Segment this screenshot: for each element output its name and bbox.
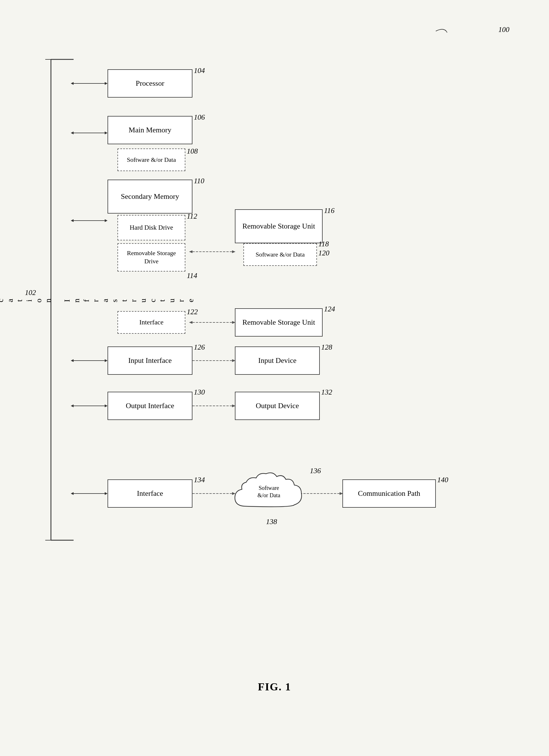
svg-marker-7 bbox=[105, 82, 107, 85]
ref-104: 104 bbox=[194, 66, 205, 75]
svg-marker-19 bbox=[189, 321, 192, 324]
svg-marker-21 bbox=[71, 359, 74, 362]
ref-122: 122 bbox=[187, 308, 198, 316]
ref-130: 130 bbox=[194, 388, 205, 397]
svg-marker-16 bbox=[189, 250, 192, 253]
svg-marker-28 bbox=[105, 404, 107, 407]
ref-132: 132 bbox=[321, 388, 332, 397]
output-device-box: Output Device bbox=[235, 392, 320, 420]
software-cloud: Software &/or Data bbox=[229, 469, 309, 518]
ref-112: 112 bbox=[187, 212, 197, 221]
ref-108: 108 bbox=[187, 147, 198, 156]
ref-120: 120 bbox=[319, 249, 330, 257]
software-data-1-box: Software &/or Data bbox=[117, 148, 185, 171]
ref-126: 126 bbox=[194, 343, 205, 352]
ref-134: 134 bbox=[194, 476, 205, 484]
svg-marker-10 bbox=[105, 132, 107, 134]
svg-marker-22 bbox=[105, 359, 107, 362]
ref-140: 140 bbox=[437, 476, 448, 484]
svg-marker-12 bbox=[71, 219, 74, 222]
svg-marker-13 bbox=[105, 219, 107, 222]
ref-128: 128 bbox=[321, 343, 332, 352]
processor-box: Processor bbox=[107, 69, 192, 98]
input-interface-box: Input Interface bbox=[107, 346, 192, 375]
ref-114: 114 bbox=[187, 272, 197, 280]
svg-marker-9 bbox=[71, 132, 74, 134]
secondary-memory-box: Secondary Memory bbox=[107, 180, 192, 214]
svg-text:&/or Data: &/or Data bbox=[257, 492, 281, 498]
input-device-box: Input Device bbox=[235, 346, 320, 375]
ref-110: 110 bbox=[194, 177, 204, 185]
ref-106: 106 bbox=[194, 113, 205, 122]
output-interface-box: Output Interface bbox=[107, 392, 192, 420]
svg-marker-27 bbox=[71, 404, 74, 407]
hard-disk-drive-box: Hard Disk Drive bbox=[117, 215, 185, 240]
fig-caption: FIG. 1 bbox=[258, 680, 291, 693]
svg-marker-15 bbox=[232, 250, 235, 253]
interface-1-box: Interface bbox=[117, 311, 185, 334]
removable-storage-drive-box: Removable Storage Drive bbox=[117, 243, 185, 272]
ref-116: 116 bbox=[324, 206, 335, 215]
ref-138: 138 bbox=[266, 518, 277, 526]
svg-marker-6 bbox=[71, 82, 74, 85]
svg-text:Software: Software bbox=[258, 485, 279, 491]
ref-118: 118 bbox=[319, 240, 329, 248]
removable-storage-unit-2-box: Removable Storage Unit bbox=[235, 308, 323, 337]
software-data-2-box: Software &/or Data bbox=[243, 243, 317, 266]
ref-124: 124 bbox=[324, 305, 335, 313]
removable-storage-unit-1-box: Removable Storage Unit bbox=[235, 209, 323, 243]
svg-marker-34 bbox=[105, 492, 107, 495]
communication-path-box: Communication Path bbox=[343, 479, 436, 508]
svg-marker-33 bbox=[71, 492, 74, 495]
interface-2-box: Interface bbox=[107, 479, 192, 508]
diagram-container: 100 bbox=[17, 23, 532, 701]
ref-136: 136 bbox=[310, 467, 321, 475]
infra-label: CommunicationInfrastructure bbox=[0, 296, 195, 304]
main-memory-box: Main Memory bbox=[107, 116, 192, 144]
